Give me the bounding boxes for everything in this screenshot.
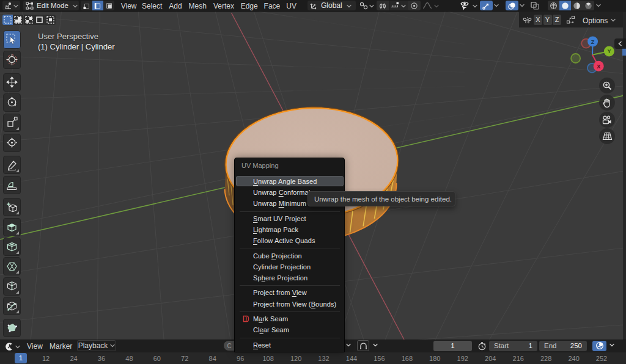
svg-text:X: X	[597, 64, 600, 70]
svg-text:Y: Y	[607, 48, 611, 54]
svg-text:Z: Z	[591, 39, 595, 45]
